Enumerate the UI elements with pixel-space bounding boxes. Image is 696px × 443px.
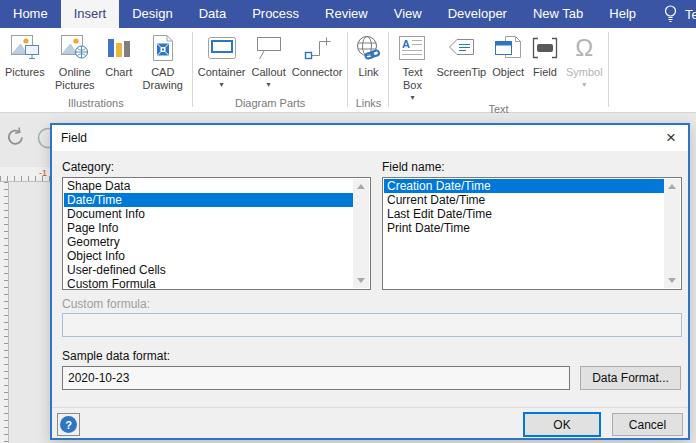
tell-me-box[interactable]: Tell me w <box>663 0 696 28</box>
connector-icon <box>302 32 332 64</box>
link-icon <box>353 32 383 64</box>
ribbon-group-links: Link Links <box>348 28 388 112</box>
field-dialog: Field × Category: Shape Data Date/Time D… <box>50 123 690 440</box>
category-item[interactable]: Object Info <box>64 249 353 263</box>
field-label: Field <box>533 66 557 79</box>
undo-icon[interactable] <box>4 126 26 148</box>
ribbon: Pictures Online Pictures <box>0 28 696 113</box>
horizontal-ruler: -1 <box>0 167 50 182</box>
callout-label: Callout <box>251 66 285 79</box>
category-item-selected[interactable]: Date/Time <box>64 193 353 207</box>
field-name-item-selected[interactable]: Creation Date/Time <box>384 179 664 193</box>
help-button[interactable]: ? <box>57 413 80 436</box>
field-name-item[interactable]: Print Date/Time <box>384 221 664 235</box>
scroll-up-icon[interactable] <box>353 179 369 194</box>
dialog-title-bar: Field × <box>52 125 688 151</box>
object-icon <box>493 32 523 64</box>
tell-me-label: Tell me w <box>685 7 696 22</box>
symbol-omega-icon: Ω <box>575 32 593 64</box>
symbol-button[interactable]: Ω Symbol ▾ <box>563 31 606 90</box>
category-item[interactable]: Document Info <box>64 207 353 221</box>
online-pictures-icon <box>60 32 90 64</box>
sample-data-format-input[interactable]: 2020-10-23 <box>62 366 570 390</box>
help-icon: ? <box>60 416 77 433</box>
category-item[interactable]: User-defined Cells <box>64 263 353 277</box>
callout-button[interactable]: Callout ▾ <box>248 31 288 90</box>
object-button[interactable]: Object <box>489 31 527 80</box>
symbol-label: Symbol <box>566 66 603 79</box>
tab-process[interactable]: Process <box>239 0 312 28</box>
tab-design[interactable]: Design <box>119 0 185 28</box>
field-name-scrollbar[interactable] <box>664 179 680 288</box>
container-label: Container <box>198 66 246 79</box>
link-button[interactable]: Link <box>350 31 386 80</box>
tab-data[interactable]: Data <box>186 0 239 28</box>
ribbon-group-diagram-parts: Container ▾ Callout ▾ <box>193 28 348 112</box>
field-button[interactable]: Field <box>527 31 563 80</box>
category-scrollbar[interactable] <box>353 179 369 288</box>
tab-review[interactable]: Review <box>312 0 381 28</box>
group-label-illustrations: Illustrations <box>0 97 192 112</box>
category-item[interactable]: Shape Data <box>64 179 353 193</box>
pictures-icon <box>10 32 40 64</box>
tab-developer[interactable]: Developer <box>435 0 520 28</box>
cancel-button[interactable]: Cancel <box>612 413 683 436</box>
cad-drawing-button[interactable]: CAD Drawing <box>136 31 190 93</box>
dropdown-arrow-icon: ▾ <box>220 80 224 89</box>
category-listbox: Shape Data Date/Time Document Info Page … <box>62 177 371 290</box>
pictures-button[interactable]: Pictures <box>2 31 48 80</box>
object-label: Object <box>492 66 524 79</box>
category-item[interactable]: Geometry <box>64 235 353 249</box>
field-name-item[interactable]: Current Date/Time <box>384 193 664 207</box>
field-name-item[interactable]: Last Edit Date/Time <box>384 207 664 221</box>
field-name-listbox: Creation Date/Time Current Date/Time Las… <box>382 177 682 290</box>
custom-formula-input[interactable] <box>62 313 682 337</box>
group-separator <box>608 32 609 107</box>
dialog-title: Field <box>52 131 654 145</box>
dropdown-arrow-icon: ▾ <box>267 80 271 89</box>
dialog-body: Category: Shape Data Date/Time Document … <box>52 151 688 438</box>
chart-icon <box>105 32 133 64</box>
field-icon <box>530 32 560 64</box>
data-format-button[interactable]: Data Format... <box>580 366 681 390</box>
scroll-up-icon[interactable] <box>664 179 680 194</box>
screentip-icon <box>445 32 477 64</box>
ok-button[interactable]: OK <box>523 412 601 437</box>
screentip-label: ScreenTip <box>436 66 486 79</box>
text-box-label: Text Box <box>394 66 430 92</box>
link-label: Link <box>358 66 378 79</box>
category-item[interactable]: Custom Formula <box>64 277 353 291</box>
svg-text:A: A <box>402 38 410 50</box>
ribbon-tab-bar: Home Insert Design Data Process Review V… <box>0 0 696 28</box>
cad-drawing-label: CAD Drawing <box>139 66 187 92</box>
text-box-icon: A <box>397 32 427 64</box>
tab-help[interactable]: Help <box>596 0 649 28</box>
group-label-links: Links <box>348 97 388 112</box>
scroll-down-icon[interactable] <box>664 273 680 288</box>
connector-button[interactable]: Connector <box>289 31 346 80</box>
ribbon-group-text: A Text Box ▾ ScreenTip <box>389 28 607 112</box>
screentip-button[interactable]: ScreenTip <box>433 31 489 80</box>
tab-new-tab[interactable]: New Tab <box>520 0 596 28</box>
custom-formula-label: Custom formula: <box>62 297 150 311</box>
tab-view[interactable]: View <box>381 0 435 28</box>
ribbon-group-illustrations: Pictures Online Pictures <box>0 28 192 112</box>
sample-data-format-label: Sample data format: <box>62 349 170 363</box>
tab-home[interactable]: Home <box>0 0 61 28</box>
chart-label: Chart <box>105 66 132 79</box>
scroll-down-icon[interactable] <box>353 273 369 288</box>
online-pictures-button[interactable]: Online Pictures <box>48 31 102 93</box>
lightbulb-icon <box>663 4 678 24</box>
container-button[interactable]: Container ▾ <box>195 31 249 90</box>
tab-insert[interactable]: Insert <box>61 0 120 28</box>
chart-button[interactable]: Chart <box>102 31 136 80</box>
close-icon[interactable]: × <box>654 125 688 151</box>
container-icon <box>207 32 237 64</box>
category-label: Category: <box>62 160 114 174</box>
dropdown-arrow-icon: ▾ <box>582 80 586 89</box>
text-box-button[interactable]: A Text Box ▾ <box>391 31 433 103</box>
cad-drawing-icon <box>149 32 177 64</box>
connector-label: Connector <box>292 66 343 79</box>
dialog-separator <box>52 407 688 408</box>
category-item[interactable]: Page Info <box>64 221 353 235</box>
